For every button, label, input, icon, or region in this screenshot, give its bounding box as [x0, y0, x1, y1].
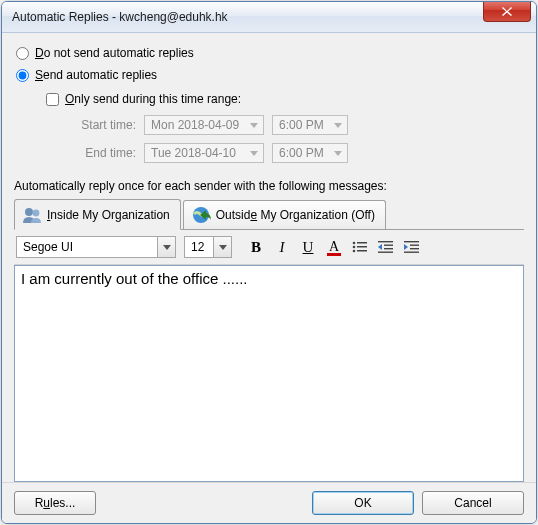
svg-rect-10 [384, 245, 393, 246]
svg-rect-11 [384, 248, 393, 249]
tab-inside-organization[interactable]: Inside My Organization [14, 199, 181, 230]
svg-rect-15 [410, 248, 419, 249]
start-time-row: Start time: Mon 2018-04-09 6:00 PM [66, 113, 524, 137]
end-time-combo[interactable]: 6:00 PM [272, 143, 348, 163]
radio-send[interactable] [16, 69, 29, 82]
window-title: Automatic Replies - kwcheng@eduhk.hk [12, 10, 228, 24]
svg-rect-13 [404, 241, 419, 242]
tab-strip: Inside My Organization Outside My Organi… [14, 199, 524, 230]
tab-inside-label: Inside My Organization [47, 208, 170, 222]
bullet-list-icon [352, 240, 368, 254]
only-range-label: Only send during this time range: [65, 92, 241, 106]
dialog-footer: Rules... OK Cancel [2, 482, 536, 523]
svg-point-0 [25, 208, 33, 216]
font-name-value: Segoe UI [23, 240, 73, 254]
dialog-body: Do not send automatic replies Send autom… [2, 33, 536, 482]
svg-rect-12 [378, 252, 393, 253]
svg-rect-9 [378, 241, 393, 242]
svg-point-5 [353, 246, 356, 249]
start-time-label: Start time: [66, 118, 136, 132]
chevron-down-icon [330, 145, 345, 161]
svg-point-7 [353, 250, 356, 253]
svg-rect-4 [357, 242, 367, 244]
section-label: Automatically reply once for each sender… [14, 179, 524, 193]
end-date-value: Tue 2018-04-10 [151, 146, 236, 160]
font-name-combo[interactable]: Segoe UI [16, 236, 176, 258]
start-date-value: Mon 2018-04-09 [151, 118, 239, 132]
rules-button[interactable]: Rules... [14, 491, 96, 515]
radio-do-not-send-label: Do not send automatic replies [35, 46, 194, 60]
radio-send-label: Send automatic replies [35, 68, 157, 82]
chevron-down-icon [157, 237, 175, 257]
start-time-combo[interactable]: 6:00 PM [272, 115, 348, 135]
close-icon [501, 6, 513, 17]
svg-rect-8 [357, 250, 367, 252]
only-range-row: Only send during this time range: [46, 89, 524, 109]
radio-send-row: Send automatic replies [14, 65, 524, 85]
svg-rect-16 [404, 252, 419, 253]
increase-indent-button[interactable] [400, 235, 424, 259]
format-toolbar: Segoe UI 12 B I U A [14, 230, 524, 265]
end-time-row: End time: Tue 2018-04-10 6:00 PM [66, 141, 524, 165]
ok-button[interactable]: OK [312, 491, 414, 515]
underline-button[interactable]: U [296, 235, 320, 259]
start-date-combo[interactable]: Mon 2018-04-09 [144, 115, 264, 135]
close-button[interactable] [483, 1, 531, 22]
bullet-list-button[interactable] [348, 235, 372, 259]
chevron-down-icon [213, 237, 231, 257]
only-range-checkbox[interactable] [46, 93, 59, 106]
end-date-combo[interactable]: Tue 2018-04-10 [144, 143, 264, 163]
font-size-combo[interactable]: 12 [184, 236, 232, 258]
outdent-icon [378, 240, 394, 254]
cancel-button[interactable]: Cancel [422, 491, 524, 515]
titlebar: Automatic Replies - kwcheng@eduhk.hk [2, 2, 536, 33]
svg-rect-6 [357, 246, 367, 248]
message-editor[interactable]: I am currently out of the office ...... [14, 265, 524, 482]
people-icon [21, 204, 43, 226]
automatic-replies-dialog: Automatic Replies - kwcheng@eduhk.hk Do … [1, 1, 537, 524]
indent-icon [404, 240, 420, 254]
globe-reply-icon [190, 204, 212, 226]
end-time-value: 6:00 PM [279, 146, 324, 160]
chevron-down-icon [246, 117, 261, 133]
italic-button[interactable]: I [270, 235, 294, 259]
end-time-label: End time: [66, 146, 136, 160]
start-time-value: 6:00 PM [279, 118, 324, 132]
color-bar [327, 253, 341, 256]
font-size-value: 12 [191, 240, 204, 254]
chevron-down-icon [246, 145, 261, 161]
tab-outside-organization[interactable]: Outside My Organization (Off) [183, 200, 386, 229]
radio-do-not-send[interactable] [16, 47, 29, 60]
decrease-indent-button[interactable] [374, 235, 398, 259]
radio-do-not-send-row: Do not send automatic replies [14, 43, 524, 63]
svg-point-1 [33, 209, 40, 216]
svg-rect-14 [410, 245, 419, 246]
font-color-button[interactable]: A [322, 235, 346, 259]
tab-outside-label: Outside My Organization (Off) [216, 208, 375, 222]
svg-point-3 [353, 242, 356, 245]
chevron-down-icon [330, 117, 345, 133]
bold-button[interactable]: B [244, 235, 268, 259]
